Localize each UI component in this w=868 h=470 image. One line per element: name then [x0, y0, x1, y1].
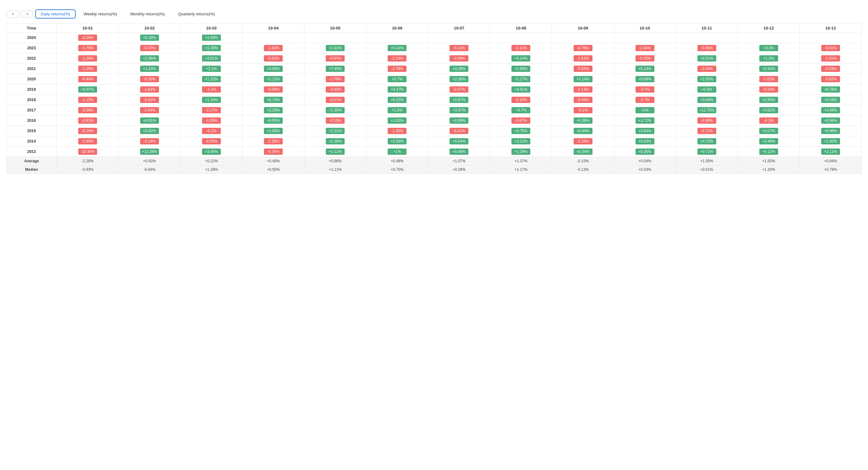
data-cell: -0.28%	[180, 115, 242, 126]
data-cell: -1.01%	[800, 54, 861, 64]
median-cell: -0.13%	[552, 165, 614, 174]
data-cell: -8.55%	[180, 136, 242, 146]
median-cell: +0.28%	[428, 165, 490, 174]
data-cell: -0.13%	[304, 115, 366, 126]
data-cell: +0.84%	[614, 126, 676, 136]
data-cell: +2.44%	[738, 64, 800, 74]
data-cell: -0.1%	[552, 105, 614, 115]
data-cell: +0.35%	[614, 146, 676, 157]
data-cell: -2.14%	[366, 54, 428, 64]
data-cell: +1.89%	[490, 64, 552, 74]
data-cell: +1.22%	[180, 74, 242, 85]
data-cell: -1.43%	[243, 43, 304, 54]
median-cell: +0.55%	[243, 165, 304, 174]
col-10-07: 10-07	[428, 24, 490, 33]
data-cell: -2.78%	[366, 64, 428, 74]
average-cell: +1.55%	[676, 157, 738, 165]
median-cell: +1.28%	[180, 165, 242, 174]
data-cell: -0.13%	[552, 85, 614, 95]
col-10-12: 10-12	[738, 24, 800, 33]
data-cell: +0.75%	[490, 126, 552, 136]
data-cell: +0.38%	[552, 115, 614, 126]
month-arrow-icon: ⇅	[26, 12, 29, 16]
data-cell: -0.19%	[738, 85, 800, 95]
average-cell: -0.15%	[552, 157, 614, 165]
data-cell: +1.91%	[304, 43, 366, 54]
data-cell: +0.68%	[614, 74, 676, 85]
median-cell: +0.78%	[800, 165, 861, 174]
data-cell: +5.04%	[428, 136, 490, 146]
col-10-01: 10-01	[57, 24, 118, 33]
data-cell: +1.39%	[180, 43, 242, 54]
month-selector[interactable]: ⇅	[21, 10, 33, 18]
data-cell: -0.92%	[243, 54, 304, 64]
tab-daily-returns[interactable]: Daily returns(%)	[35, 9, 76, 19]
data-cell: +13.35%	[118, 146, 180, 157]
data-cell: -0.49%	[552, 95, 614, 105]
average-cell: +0.22%	[180, 157, 242, 165]
table-row: 2014-2.96%-3.14%-8.55%-2.28%+2.39%+2.56%…	[7, 136, 862, 146]
data-cell: -2.54%	[676, 64, 738, 74]
data-cell: +0.08%	[428, 115, 490, 126]
data-cell	[800, 33, 861, 43]
data-cell: -0.67%	[490, 115, 552, 126]
data-cell: +0.97%	[428, 95, 490, 105]
data-cell: -1.75%	[57, 43, 118, 54]
data-cell: +1.01%	[366, 115, 428, 126]
col-10-04: 10-04	[243, 24, 304, 33]
data-cell: +3.48%	[738, 136, 800, 146]
tab-monthly-returns[interactable]: Monthly returns(%)	[125, 10, 170, 18]
data-cell: -0.97%	[304, 54, 366, 64]
median-cell: +1.17%	[490, 165, 552, 174]
data-cell: -1.34%	[552, 136, 614, 146]
data-cell: -0.26%	[57, 33, 118, 43]
data-cell: +0.44%	[552, 126, 614, 136]
col-10-03: 10-03	[180, 24, 242, 33]
asset-selector[interactable]: ⇅	[6, 10, 18, 18]
average-cell: +0.93%	[118, 157, 180, 165]
data-cell: -0.01%	[800, 43, 861, 54]
data-cell	[243, 33, 304, 43]
data-cell: -0.09%	[243, 85, 304, 95]
data-cell: -1.05%	[57, 64, 118, 74]
data-cell: +2.14%	[552, 74, 614, 85]
year-label: 2015	[7, 126, 57, 136]
data-cell: -1.28%	[57, 54, 118, 64]
data-cell: +3.62%	[738, 105, 800, 115]
data-cell: -0.27%	[428, 85, 490, 95]
data-cell: -1.13%	[57, 95, 118, 105]
data-cell: +0.34%	[552, 146, 614, 157]
data-cell: +0.96%	[800, 126, 861, 136]
table-row: 2024-0.26%+0.18%+1.69%	[7, 33, 862, 43]
data-cell: +0.43%	[614, 136, 676, 146]
data-cell: -0.26%	[243, 146, 304, 157]
data-cell: +2.07%	[738, 126, 800, 136]
data-cell: +3.49%	[800, 105, 861, 115]
data-cell: +0.28%	[428, 64, 490, 74]
median-cell: +1.20%	[738, 165, 800, 174]
tab-weekly-returns[interactable]: Weekly returns(%)	[78, 10, 123, 18]
data-cell: +3.12%	[490, 136, 552, 146]
data-cell: -0.26%	[118, 74, 180, 85]
col-10-02: 10-02	[118, 24, 180, 33]
average-cell: +0.86%	[304, 157, 366, 165]
year-label: 2021	[7, 64, 57, 74]
data-cell: +0.49%	[428, 146, 490, 157]
data-cell	[738, 33, 800, 43]
data-cell	[676, 33, 738, 43]
col-10-09: 10-09	[552, 24, 614, 33]
average-row: Average-2.28%+0.93%+0.22%+0.49%+0.86%+0.…	[7, 157, 862, 165]
data-cell: -0.15%	[490, 95, 552, 105]
data-cell: -1.02%	[738, 74, 800, 85]
median-cell: -0.93%	[57, 165, 118, 174]
col-10-10: 10-10	[614, 24, 676, 33]
tab-quarterly-returns[interactable]: Quarterly returns(%)	[173, 10, 220, 18]
data-cell: -0.16%	[57, 126, 118, 136]
data-cell: +1.35%	[304, 105, 366, 115]
data-cell: -0.35%	[676, 43, 738, 54]
data-cell	[304, 33, 366, 43]
data-cell: +4.37%	[366, 85, 428, 95]
data-cell: +4.12%	[738, 146, 800, 157]
year-label: 2020	[7, 74, 57, 85]
table-row: 2023-1.75%-0.37%+1.39%-1.43%+1.91%+0.14%…	[7, 43, 862, 54]
